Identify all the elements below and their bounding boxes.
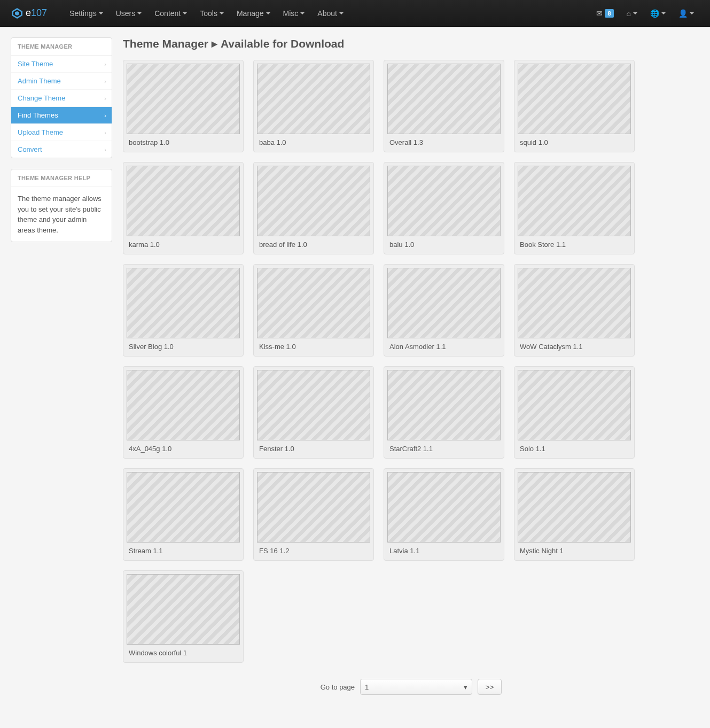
chevron-right-icon: › (104, 61, 106, 67)
home-icon: ⌂ (627, 9, 631, 18)
theme-card[interactable]: Silver Blog 1.0 (123, 264, 244, 357)
theme-label: Windows colorful 1 (127, 645, 240, 659)
theme-thumbnail[interactable] (127, 268, 240, 338)
theme-thumbnail[interactable] (257, 472, 370, 543)
nav-users[interactable]: Users (110, 0, 149, 27)
nav-about[interactable]: About (311, 0, 350, 27)
theme-thumbnail[interactable] (127, 574, 240, 645)
theme-card[interactable]: baba 1.0 (253, 60, 374, 152)
theme-label: squid 1.0 (518, 134, 631, 149)
theme-thumbnail[interactable] (127, 370, 240, 440)
theme-label: Stream 1.1 (127, 543, 240, 557)
nav-content[interactable]: Content (148, 0, 193, 27)
theme-card[interactable]: bread of life 1.0 (253, 162, 374, 254)
theme-card[interactable]: karma 1.0 (123, 162, 244, 254)
chevron-right-icon: › (104, 78, 106, 84)
caret-icon (339, 12, 344, 14)
nav-home[interactable]: ⌂ (621, 0, 643, 27)
caret-icon (137, 12, 142, 14)
theme-card[interactable]: 4xA_045g 1.0 (123, 366, 244, 459)
theme-thumbnail[interactable] (518, 472, 631, 543)
theme-card[interactable]: Overall 1.3 (384, 60, 504, 152)
sidebar-help-title: THEME MANAGER HELP (11, 169, 112, 187)
nav-messages[interactable]: ✉ 8 (591, 0, 619, 27)
theme-card[interactable]: balu 1.0 (384, 162, 504, 254)
sidebar-item-link[interactable]: Convert› (11, 141, 112, 158)
theme-card[interactable]: Windows colorful 1 (123, 570, 244, 663)
sidebar-item-link[interactable]: Change Theme› (11, 90, 112, 107)
caret-icon (300, 12, 305, 14)
chevron-down-icon: ▾ (464, 683, 467, 691)
brand-text-107: 107 (31, 7, 47, 19)
notifications-badge: 8 (605, 9, 613, 18)
theme-thumbnail[interactable] (518, 166, 631, 236)
sidebar-item-link[interactable]: Find Themes› (11, 107, 112, 124)
sidebar-item[interactable]: Change Theme› (11, 90, 112, 107)
theme-label: balu 1.0 (387, 236, 501, 251)
sidebar-item-label: Find Themes (18, 111, 58, 119)
theme-thumbnail[interactable] (387, 166, 501, 236)
theme-thumbnail[interactable] (387, 64, 501, 134)
theme-card[interactable]: Solo 1.1 (514, 366, 635, 459)
caret-icon (661, 12, 666, 14)
theme-thumbnail[interactable] (518, 64, 631, 134)
theme-card[interactable]: bootstrap 1.0 (123, 60, 244, 152)
theme-label: Book Store 1.1 (518, 236, 631, 251)
nav-user[interactable]: 👤 (673, 0, 699, 27)
theme-thumbnail[interactable] (257, 64, 370, 134)
theme-thumbnail[interactable] (518, 268, 631, 338)
theme-label: Mystic Night 1 (518, 543, 631, 557)
page-title-sub: Available for Download (221, 37, 344, 50)
sidebar-item[interactable]: Upload Theme› (11, 124, 112, 141)
theme-thumbnail[interactable] (127, 64, 240, 134)
pager-next-button[interactable]: >> (478, 679, 502, 695)
theme-card[interactable]: squid 1.0 (514, 60, 635, 152)
theme-thumbnail[interactable] (387, 472, 501, 543)
theme-card[interactable]: Mystic Night 1 (514, 468, 635, 561)
caret-icon (690, 12, 694, 14)
theme-thumbnail[interactable] (257, 370, 370, 440)
caret-icon (99, 12, 103, 14)
theme-card[interactable]: StarCraft2 1.1 (384, 366, 504, 459)
theme-label: Fenster 1.0 (257, 440, 370, 455)
theme-thumbnail[interactable] (518, 370, 631, 440)
sidebar-item[interactable]: Site Theme› (11, 56, 112, 73)
sidebar-item-link[interactable]: Upload Theme› (11, 124, 112, 141)
caret-icon (183, 12, 187, 14)
sidebar-item[interactable]: Find Themes› (11, 107, 112, 124)
theme-grid: bootstrap 1.0baba 1.0Overall 1.3squid 1.… (123, 60, 699, 663)
theme-card[interactable]: Fenster 1.0 (253, 366, 374, 459)
sidebar: THEME MANAGER Site Theme›Admin Theme›Cha… (11, 37, 112, 711)
theme-thumbnail[interactable] (127, 472, 240, 543)
theme-card[interactable]: Latvia 1.1 (384, 468, 504, 561)
pager-page-select[interactable]: 1 ▾ (360, 679, 472, 695)
theme-label: StarCraft2 1.1 (387, 440, 501, 455)
theme-thumbnail[interactable] (257, 268, 370, 338)
theme-card[interactable]: Book Store 1.1 (514, 162, 635, 254)
theme-thumbnail[interactable] (387, 268, 501, 338)
chevron-right-icon: › (104, 112, 106, 119)
sidebar-menu-panel: THEME MANAGER Site Theme›Admin Theme›Cha… (11, 37, 112, 158)
theme-card[interactable]: WoW Cataclysm 1.1 (514, 264, 635, 357)
theme-thumbnail[interactable] (127, 166, 240, 236)
pager-current-page: 1 (365, 683, 369, 691)
nav-language[interactable]: 🌐 (645, 0, 671, 27)
sidebar-item[interactable]: Admin Theme› (11, 73, 112, 90)
theme-card[interactable]: Stream 1.1 (123, 468, 244, 561)
nav-tools[interactable]: Tools (193, 0, 230, 27)
brand-logo[interactable]: e107 (11, 7, 47, 20)
nav-misc[interactable]: Misc (277, 0, 311, 27)
theme-card[interactable]: Aion Asmodier 1.1 (384, 264, 504, 357)
theme-label: WoW Cataclysm 1.1 (518, 338, 631, 353)
theme-card[interactable]: Kiss-me 1.0 (253, 264, 374, 357)
sidebar-item-link[interactable]: Site Theme› (11, 56, 112, 73)
sidebar-item-link[interactable]: Admin Theme› (11, 73, 112, 90)
sidebar-item[interactable]: Convert› (11, 141, 112, 158)
theme-card[interactable]: FS 16 1.2 (253, 468, 374, 561)
theme-thumbnail[interactable] (387, 370, 501, 440)
pager-label: Go to page (321, 683, 355, 691)
theme-thumbnail[interactable] (257, 166, 370, 236)
nav-manage[interactable]: Manage (230, 0, 277, 27)
caret-icon (220, 12, 224, 14)
nav-settings[interactable]: Settings (63, 0, 110, 27)
